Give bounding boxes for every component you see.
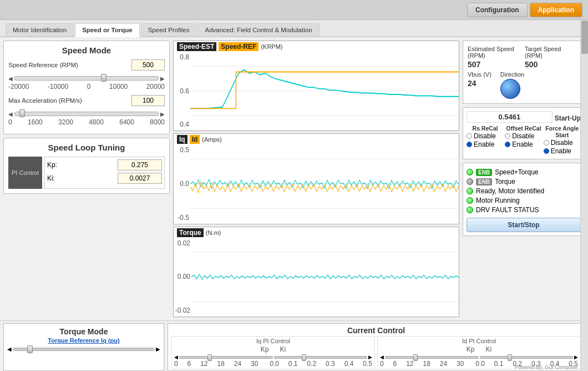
ki-row: Ki: [47, 173, 162, 184]
offset-recal-col: Offset ReCal Disable Enable [505, 125, 542, 156]
max-acc-row: Max Acceleration (RPM/s) [8, 95, 165, 106]
id-ki-thumb[interactable] [508, 354, 512, 361]
speed-chart: Speed-EST Speed-REF (KRPM) 0.8 0.6 0.4 [173, 41, 459, 131]
torque-chart-svg [191, 238, 459, 315]
id-kp-thumb[interactable] [413, 354, 418, 361]
iq-ki-slider[interactable] [274, 356, 368, 359]
acc-label-min: 0 [8, 118, 12, 126]
acc-slider-thumb[interactable] [19, 109, 25, 117]
iq-kp-thumb[interactable] [207, 354, 212, 361]
force-disable-row: Disable [544, 139, 581, 147]
speed-slider-left-arrow[interactable]: ◀ [8, 76, 13, 82]
tab-speed-profiles[interactable]: Speed Profiles [141, 23, 197, 36]
acc-slider-left-arrow[interactable]: ◀ [8, 111, 13, 117]
kp-row: Kp: [47, 159, 162, 171]
kp-input[interactable] [118, 159, 162, 171]
scrollbar[interactable] [580, 20, 588, 371]
ki-input[interactable] [118, 173, 162, 184]
config-button[interactable]: Configuration [467, 3, 528, 17]
tuning-content: PI Control Kp: Ki: [8, 157, 165, 189]
pi-control-label: PI Control [8, 157, 42, 189]
torque-slider-right-arrow[interactable]: ▶ [156, 346, 160, 352]
speed-slider-row: ◀ ▶ [8, 74, 165, 83]
torque-chart-unit: (N.m) [206, 229, 221, 236]
ready-led [467, 188, 473, 194]
acc-slider-track[interactable] [14, 112, 159, 116]
iq-ki-right-arrow[interactable]: ▶ [368, 354, 372, 360]
speed-ref-label: Speed Reference (RPM) [8, 62, 78, 68]
speed-chart-canvas [190, 52, 459, 129]
torque-slider-row: ◀ ▶ [7, 346, 160, 352]
left-panel: Speed Mode Speed Reference (RPM) ◀ ▶ -20… [3, 41, 170, 317]
tab-motor-id[interactable]: Motor Identification [6, 23, 74, 36]
torque-slider-track[interactable] [13, 348, 155, 351]
id-ki-right-arrow[interactable]: ▶ [574, 354, 578, 360]
speed-chart-y-axis: 0.8 0.6 0.4 [174, 52, 190, 129]
speed-slider-track[interactable] [14, 76, 159, 81]
torque-label-chart: Torque [177, 228, 204, 237]
rs-recal-col: Rs ReCal Disable Enable [467, 125, 504, 156]
iq-ki-label: Ki [280, 345, 286, 353]
id-kp-label: Kp [467, 345, 475, 353]
id-ki-slider[interactable] [480, 356, 574, 359]
speed-ref-label-chart: Speed-REF [219, 42, 258, 51]
est-speed-label: Estimated Speed (RPM) [468, 46, 523, 59]
acc-slider-right-arrow[interactable]: ▶ [160, 111, 165, 117]
ready-row: Ready, Motor Identified [467, 187, 581, 195]
offset-disable-radio[interactable] [505, 133, 510, 139]
rs-enable-radio[interactable] [467, 142, 472, 147]
id-kp-slider[interactable] [385, 356, 479, 359]
max-acc-input[interactable] [131, 95, 165, 106]
iq-kp-slider-row: ◀ ▶ [174, 354, 372, 360]
speed-info-grid: Estimated Speed (RPM) 507 Target Speed (… [468, 46, 580, 69]
iq-kp-slider[interactable] [179, 356, 273, 359]
acc-slider-row: ◀ ▶ [8, 109, 165, 118]
startup-box: 0.5461 Start-Up Rs ReCal Disable Enable [463, 107, 585, 159]
speed-slider-thumb[interactable] [101, 74, 107, 82]
iq-ki-thumb[interactable] [302, 354, 306, 361]
speed-label-max: 20000 [146, 83, 165, 91]
acc-slider-container: ◀ ▶ 0 1600 3200 4800 6400 8000 [8, 109, 165, 126]
current-chart-title: Iq Id (Amps) [174, 134, 459, 145]
iq-kp-left-arrow[interactable]: ◀ [174, 354, 178, 360]
iq-label-chart: Iq [177, 135, 187, 144]
tab-bar: Motor Identification Speed or Torque Spe… [0, 20, 588, 37]
startup-header: 0.5461 Start-Up [467, 111, 581, 125]
speed-slider-container: ◀ ▶ -20000 -10000 0 10000 20000 [8, 74, 165, 91]
speed-label-mid3: 10000 [109, 83, 128, 91]
fault-led [467, 207, 473, 213]
current-chart-y-axis: 0.5 0.0 -0.5 [174, 145, 190, 222]
max-acc-label: Max Acceleration (RPM/s) [8, 97, 82, 104]
enb2-led [467, 178, 473, 185]
torque-slider-thumb[interactable] [27, 345, 33, 353]
speed-est-label: Speed-EST [177, 42, 216, 51]
id-kp-left-arrow[interactable]: ◀ [380, 354, 384, 360]
offset-enable-radio[interactable] [505, 142, 510, 147]
kp-label: Kp: [47, 161, 57, 169]
app-button[interactable]: Application [530, 3, 582, 17]
rs-recal-title: Rs ReCal [467, 125, 504, 132]
tuning-title: Speed Loop Tuning [8, 143, 165, 152]
iq-kp-label: Kp [261, 345, 269, 353]
startup-value: 0.5461 [467, 111, 552, 123]
force-disable-label: Disable [551, 139, 573, 147]
force-enable-radio[interactable] [544, 148, 549, 154]
rs-enable-row: Enable [467, 141, 504, 148]
id-ki-label: Ki [486, 345, 492, 353]
scrollbar-thumb[interactable] [581, 21, 588, 54]
tab-speed-torque[interactable]: Speed or Torque [75, 23, 140, 37]
speed-info-box: Estimated Speed (RPM) 507 Target Speed (… [463, 41, 585, 104]
force-disable-radio[interactable] [544, 140, 549, 146]
torque-slider-left-arrow[interactable]: ◀ [7, 346, 12, 352]
direction-indicator [500, 79, 520, 99]
start-stop-button[interactable]: Start/Stop [467, 218, 581, 232]
id-kp-slider-row: ◀ ▶ [380, 354, 578, 360]
speed-slider-right-arrow[interactable]: ▶ [160, 76, 165, 82]
rs-enable-label: Enable [474, 141, 494, 148]
speed-ref-input[interactable] [131, 59, 165, 71]
enb1-row: ENB Speed+Torque [467, 168, 581, 176]
rs-disable-radio[interactable] [467, 133, 472, 139]
charts-area: Speed-EST Speed-REF (KRPM) 0.8 0.6 0.4 [173, 41, 459, 317]
direction-col: Direction [500, 71, 524, 99]
tab-advanced[interactable]: Advanced: Field Control & Modulation [198, 23, 320, 36]
